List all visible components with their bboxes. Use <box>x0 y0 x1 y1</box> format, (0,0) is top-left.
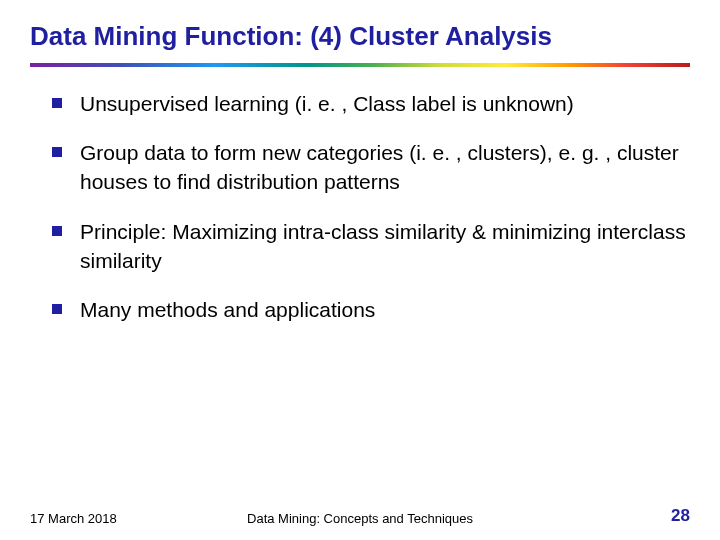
square-bullet-icon <box>52 304 62 314</box>
list-item: Principle: Maximizing intra-class simila… <box>52 217 690 276</box>
list-item: Group data to form new categories (i. e.… <box>52 138 690 197</box>
square-bullet-icon <box>52 147 62 157</box>
square-bullet-icon <box>52 98 62 108</box>
bullet-text: Group data to form new categories (i. e.… <box>80 138 690 197</box>
footer-title: Data Mining: Concepts and Techniques <box>247 511 473 526</box>
slide-title: Data Mining Function: (4) Cluster Analys… <box>30 20 690 53</box>
bullet-list: Unsupervised learning (i. e. , Class lab… <box>30 89 690 325</box>
bullet-text: Unsupervised learning (i. e. , Class lab… <box>80 89 574 118</box>
square-bullet-icon <box>52 226 62 236</box>
list-item: Unsupervised learning (i. e. , Class lab… <box>52 89 690 118</box>
footer: 17 March 2018 Data Mining: Concepts and … <box>0 506 720 526</box>
divider-rainbow <box>30 63 690 67</box>
bullet-text: Principle: Maximizing intra-class simila… <box>80 217 690 276</box>
page-number: 28 <box>671 506 690 526</box>
bullet-text: Many methods and applications <box>80 295 375 324</box>
footer-date: 17 March 2018 <box>30 511 117 526</box>
slide: Data Mining Function: (4) Cluster Analys… <box>0 0 720 540</box>
list-item: Many methods and applications <box>52 295 690 324</box>
